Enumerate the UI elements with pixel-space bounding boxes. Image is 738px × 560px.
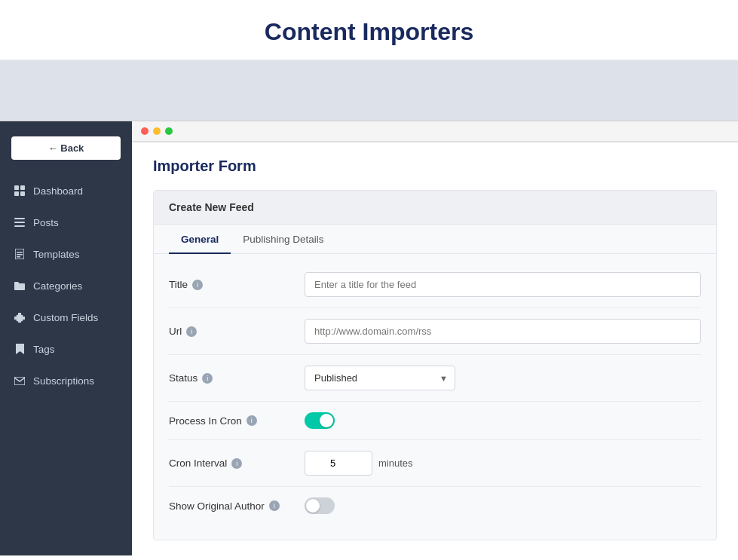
puzzle-icon (14, 311, 26, 323)
svg-rect-8 (17, 252, 23, 253)
form-row-title: Title i (169, 262, 701, 308)
tab-publishing-details[interactable]: Publishing Details (231, 225, 335, 254)
grid-icon (14, 185, 26, 197)
show-original-author-info-icon[interactable]: i (269, 500, 280, 511)
sidebar-item-label: Custom Fields (33, 312, 98, 323)
sidebar-item-label: Subscriptions (33, 375, 94, 387)
page-title: Importer Form (153, 158, 717, 175)
svg-rect-4 (14, 218, 25, 219)
process-in-cron-info-icon[interactable]: i (247, 415, 257, 426)
cron-interval-input[interactable] (305, 451, 372, 476)
form-row-status: Status i Published Draft Pending ▼ (169, 355, 701, 402)
url-info-icon[interactable]: i (186, 326, 197, 337)
svg-rect-9 (17, 254, 23, 256)
process-in-cron-label: Process In Cron i (169, 415, 305, 427)
sidebar-item-subscriptions[interactable]: Subscriptions (0, 365, 132, 396)
status-select[interactable]: Published Draft Pending (305, 366, 455, 390)
url-control (305, 319, 701, 344)
content-body: Importer Form Create New Feed General Pu… (132, 142, 738, 555)
title-info-icon[interactable]: i (192, 280, 203, 290)
form-row-show-original-author: Show Original Author i (169, 487, 701, 525)
sidebar-item-tags[interactable]: Tags (0, 333, 132, 365)
main-container: Back Dashboard (0, 121, 738, 555)
dot-yellow (153, 127, 161, 135)
sidebar-item-label: Templates (33, 249, 80, 260)
svg-rect-1 (20, 185, 25, 190)
sidebar-nav: Dashboard Posts (0, 175, 132, 396)
sidebar-item-templates[interactable]: Templates (0, 238, 132, 270)
sidebar-item-dashboard[interactable]: Dashboard (0, 175, 132, 207)
status-select-wrapper: Published Draft Pending ▼ (305, 366, 455, 390)
file-icon (14, 248, 26, 260)
form-row-process-in-cron: Process In Cron i (169, 402, 701, 440)
show-original-author-control (305, 497, 701, 514)
status-control: Published Draft Pending ▼ (305, 366, 701, 390)
svg-rect-10 (17, 256, 20, 258)
url-input[interactable] (305, 319, 701, 344)
sidebar-item-label: Posts (33, 217, 59, 228)
cron-interval-wrapper: minutes (305, 451, 701, 476)
sidebar-item-label: Categories (33, 280, 82, 292)
sidebar: Back Dashboard (0, 121, 132, 555)
show-original-author-toggle[interactable] (305, 497, 335, 514)
svg-rect-6 (14, 225, 25, 227)
svg-rect-2 (14, 191, 19, 196)
content-area: Importer Form Create New Feed General Pu… (132, 121, 738, 555)
sidebar-item-categories[interactable]: Categories (0, 270, 132, 301)
tab-general[interactable]: General (169, 225, 231, 254)
svg-rect-3 (20, 191, 25, 196)
gray-banner (0, 60, 738, 121)
cron-interval-label: Cron Interval i (169, 457, 305, 469)
toggle-knob (320, 414, 333, 427)
bookmark-icon (14, 343, 26, 355)
form-section-title: Create New Feed (154, 191, 716, 225)
window-dots (132, 121, 738, 142)
cron-interval-info-icon[interactable]: i (231, 458, 242, 469)
svg-rect-0 (14, 185, 19, 190)
folder-icon (14, 280, 26, 292)
form-row-url: Url i (169, 308, 701, 355)
toggle-knob (306, 499, 320, 513)
back-button[interactable]: Back (11, 136, 121, 160)
status-info-icon[interactable]: i (202, 373, 213, 384)
status-label: Status i (169, 372, 305, 384)
sidebar-item-custom-fields[interactable]: Custom Fields (0, 301, 132, 333)
form-row-cron-interval: Cron Interval i minutes (169, 440, 701, 487)
cron-interval-control: minutes (305, 451, 701, 476)
svg-rect-5 (14, 222, 25, 223)
page-heading: Content Importers (0, 18, 738, 46)
title-input[interactable] (305, 272, 701, 297)
show-original-author-label: Show Original Author i (169, 500, 305, 512)
dot-red (141, 127, 149, 135)
title-control (305, 272, 701, 297)
sidebar-item-label: Tags (33, 344, 55, 355)
process-in-cron-toggle[interactable] (305, 412, 335, 429)
top-header: Content Importers (0, 0, 738, 60)
sidebar-item-posts[interactable]: Posts (0, 207, 132, 238)
title-label: Title i (169, 279, 305, 290)
process-in-cron-control (305, 412, 701, 429)
dot-green (165, 127, 173, 135)
form-card: Create New Feed General Publishing Detai… (153, 190, 717, 540)
tabs-container: General Publishing Details (154, 225, 716, 254)
mail-icon (14, 375, 26, 387)
minutes-label: minutes (378, 457, 413, 469)
window-chrome (132, 121, 738, 142)
sidebar-item-label: Dashboard (33, 185, 83, 197)
form-body: Title i Url i (154, 254, 716, 540)
url-label: Url i (169, 326, 305, 337)
list-icon (14, 216, 26, 228)
